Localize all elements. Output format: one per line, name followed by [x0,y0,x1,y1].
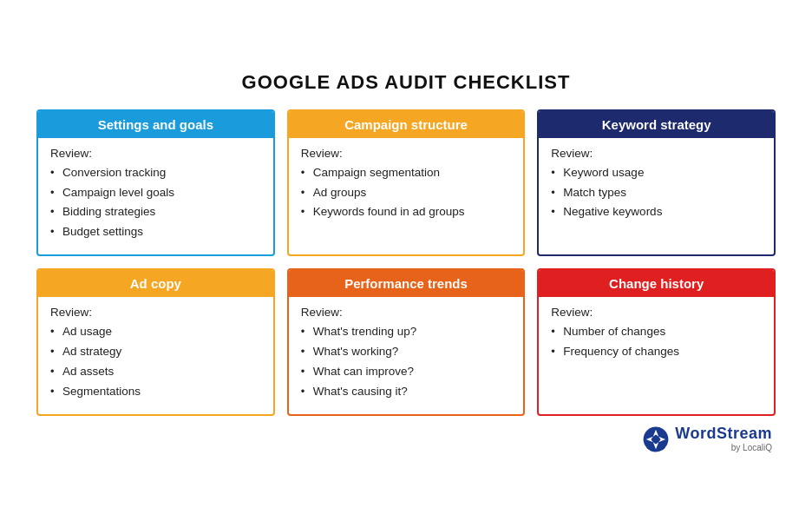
card-performance-body: Review: What's trending up? What's worki… [289,297,524,414]
list-item: Ad assets [50,362,261,382]
list-item: Ad usage [50,322,261,342]
review-label-settings: Review: [50,147,261,160]
keyword-list: Keyword usage Match types Negative keywo… [551,163,762,223]
card-adcopy: Ad copy Review: Ad usage Ad strategy Ad … [36,268,275,416]
card-campaign-body: Review: Campaign segmentation Ad groups … [289,138,524,235]
footer: WordStream by LocaliQ [36,425,776,454]
list-item: Match types [551,183,762,203]
card-change: Change history Review: Number of changes… [537,268,776,416]
wordstream-brand: WordStream [675,425,772,444]
list-item: What can improve? [301,362,512,382]
card-campaign-header: Campaign structure [289,111,524,138]
review-label-performance: Review: [301,306,512,319]
list-item: Ad strategy [50,342,261,362]
wordstream-text: WordStream by LocaliQ [675,425,772,454]
list-item: Budget settings [50,222,261,242]
card-keyword: Keyword strategy Review: Keyword usage M… [537,109,776,257]
list-item: Conversion tracking [50,163,261,183]
card-keyword-header: Keyword strategy [539,111,774,138]
list-item: Ad groups [301,183,512,203]
card-settings-body: Review: Conversion tracking Campaign lev… [38,138,273,255]
card-performance-header: Performance trends [289,270,524,297]
review-label-adcopy: Review: [50,306,261,319]
adcopy-list: Ad usage Ad strategy Ad assets Segmentat… [50,322,261,402]
list-item: Negative keywords [551,202,762,222]
card-change-header: Change history [539,270,774,297]
list-item: What's trending up? [301,322,512,342]
card-grid: Settings and goals Review: Conversion tr… [36,109,776,416]
wordstream-sub: by LocaliQ [675,443,772,453]
list-item: Number of changes [551,322,762,342]
card-performance: Performance trends Review: What's trendi… [287,268,526,416]
campaign-list: Campaign segmentation Ad groups Keywords… [301,163,512,223]
card-adcopy-header: Ad copy [38,270,273,297]
list-item: Frequency of changes [551,342,762,362]
list-item: Keywords found in ad groups [301,202,512,222]
list-item: Campaign level goals [50,183,261,203]
list-item: Bidding strategies [50,202,261,222]
settings-list: Conversion tracking Campaign level goals… [50,163,261,243]
review-label-change: Review: [551,306,762,319]
performance-list: What's trending up? What's working? What… [301,322,512,402]
page-title: GOOGLE ADS AUDIT CHECKLIST [36,71,776,94]
wordstream-logo: WordStream by LocaliQ [642,425,772,454]
card-adcopy-body: Review: Ad usage Ad strategy Ad assets S… [38,297,273,414]
list-item: What's causing it? [301,382,512,402]
card-campaign: Campaign structure Review: Campaign segm… [287,109,526,257]
card-change-body: Review: Number of changes Frequency of c… [539,297,774,374]
card-keyword-body: Review: Keyword usage Match types Negati… [539,138,774,235]
page: GOOGLE ADS AUDIT CHECKLIST Settings and … [16,54,796,468]
review-label-keyword: Review: [551,147,762,160]
card-settings: Settings and goals Review: Conversion tr… [36,109,275,257]
list-item: What's working? [301,342,512,362]
review-label-campaign: Review: [301,147,512,160]
wordstream-icon [642,425,670,453]
change-list: Number of changes Frequency of changes [551,322,762,362]
list-item: Segmentations [50,382,261,402]
card-settings-header: Settings and goals [38,111,273,138]
list-item: Campaign segmentation [301,163,512,183]
list-item: Keyword usage [551,163,762,183]
